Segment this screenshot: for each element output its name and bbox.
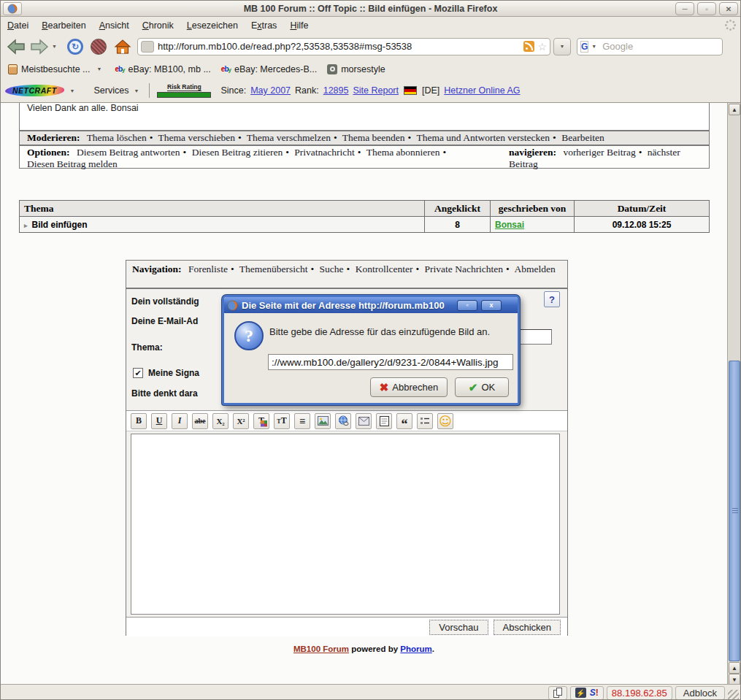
list-button[interactable]	[417, 413, 433, 429]
link-abonnieren[interactable]: Thema abonnieren	[366, 147, 440, 158]
dialog-close-button[interactable]: x	[481, 300, 502, 311]
image-url-input[interactable]	[268, 354, 513, 370]
netcraft-logo[interactable]: NETCRAFT	[5, 85, 64, 96]
google-engine-icon[interactable]: G	[580, 41, 588, 53]
link-melden[interactable]: Diesen Beitrag melden	[27, 158, 118, 169]
smiley-button[interactable]: ☺	[437, 413, 453, 429]
superscript-button[interactable]: X²	[233, 413, 249, 429]
italic-button[interactable]: I	[172, 413, 188, 429]
link-forenliste[interactable]: Forenliste	[188, 264, 228, 274]
ip-indicator[interactable]: 88.198.62.85	[607, 686, 672, 700]
image-button[interactable]	[315, 413, 331, 429]
code-button[interactable]	[376, 413, 392, 429]
search-input[interactable]	[602, 41, 731, 52]
url-button[interactable]	[335, 413, 351, 429]
link-private-nachrichten[interactable]: Private Nachrichten	[425, 264, 504, 274]
link-kontrollcenter[interactable]: Kontrollcenter	[356, 264, 413, 274]
ok-button[interactable]: ✔ OK	[455, 377, 509, 397]
forward-button[interactable]	[30, 36, 49, 57]
menu-ansicht[interactable]: Ansicht	[93, 18, 136, 33]
resize-grip[interactable]	[728, 690, 739, 700]
bookmark-ebay-mb100[interactable]: eby eBay: MB100, mb ...	[112, 63, 218, 76]
link-bearbeiten[interactable]: Bearbeiten	[561, 132, 604, 143]
author-link[interactable]: Bonsai	[495, 220, 524, 230]
bookmark-most-visited[interactable]: Meistbesuchte ... ▼	[5, 63, 112, 76]
since-link[interactable]: May 2007	[250, 85, 291, 96]
addon-icons[interactable]: ⚡ S!	[570, 686, 604, 700]
menu-bearbeiten[interactable]: Bearbeiten	[35, 18, 92, 33]
dialog-titlebar[interactable]: Die Seite mit der Adresse http://forum.m…	[224, 297, 518, 313]
bookmark-ebay-mercedes[interactable]: eby eBay: Mercedes-B...	[218, 63, 324, 76]
history-dropdown[interactable]: ▼	[52, 44, 57, 49]
bold-button[interactable]: B	[131, 413, 147, 429]
link-zitieren[interactable]: Diesen Beitrag zitieren	[192, 147, 283, 158]
signature-checkbox[interactable]: ✔	[133, 368, 143, 378]
scroll-up-button-bottom[interactable]: ▲	[729, 662, 740, 674]
minimize-button[interactable]: ─	[675, 2, 694, 15]
scrapbook-icon[interactable]: S!	[590, 688, 599, 698]
link-suche[interactable]: Suche	[320, 264, 344, 274]
netcraft-services[interactable]: Services	[94, 85, 129, 96]
pages-indicator[interactable]	[548, 686, 567, 700]
scroll-up-button[interactable]: ▲	[729, 104, 740, 115]
plugin-icon[interactable]: ⚡	[575, 688, 586, 698]
link-antworten[interactable]: Diesem Beitrag antworten	[77, 147, 180, 158]
underline-button[interactable]: U	[151, 413, 167, 429]
mb100-forum-link[interactable]: MB100 Forum	[293, 645, 349, 653]
adblock-button[interactable]: Adblock	[675, 686, 725, 700]
reload-button[interactable]: ↻	[67, 36, 83, 57]
url-input[interactable]	[158, 41, 523, 52]
email-button[interactable]	[356, 413, 372, 429]
help-button[interactable]: ?	[544, 291, 560, 307]
link-thema-beenden[interactable]: Thema beenden	[342, 132, 405, 143]
close-button[interactable]: ✕	[719, 2, 738, 15]
link-thema-loeschen[interactable]: Thema löschen	[87, 132, 147, 143]
phorum-link[interactable]: Phorum	[400, 645, 431, 653]
host-link[interactable]: Hetzner Online AG	[444, 85, 520, 96]
search-bar[interactable]: G ▼	[577, 38, 723, 55]
germany-flag-icon	[404, 86, 417, 95]
preview-button[interactable]: Vorschau	[429, 620, 488, 635]
quote-button[interactable]: “	[396, 413, 412, 429]
services-dropdown[interactable]: ▼	[134, 88, 139, 93]
rank-link[interactable]: 12895	[323, 85, 349, 96]
stop-button[interactable]	[91, 36, 107, 57]
font-color-button[interactable]: T	[253, 413, 269, 429]
strikethrough-button[interactable]: abe	[192, 413, 208, 429]
link-verstecken[interactable]: Thema und Antworten verstecken	[416, 132, 550, 143]
menu-hilfe[interactable]: Hilfe	[283, 18, 315, 33]
home-button[interactable]	[114, 36, 131, 57]
vertical-scrollbar[interactable]: ▲ ▲ ▼	[727, 103, 741, 684]
subscript-button[interactable]: X₂	[212, 413, 229, 429]
dialog-restore-button[interactable]: ▫	[457, 300, 477, 311]
link-thema-verschieben[interactable]: Thema verschieben	[158, 132, 235, 143]
link-vorheriger-beitrag[interactable]: vorheriger Beitrag	[563, 147, 635, 158]
search-engine-dropdown[interactable]: ▼	[591, 44, 596, 49]
table-row: ▸Bild einfügen 8 Bonsai 09.12.08 15:25	[20, 217, 710, 233]
risk-rating-widget[interactable]: Risk Rating	[157, 83, 211, 98]
font-size-button[interactable]: TT	[274, 413, 290, 429]
rss-icon[interactable]	[523, 41, 534, 52]
submit-button[interactable]: Abschicken	[494, 620, 561, 635]
message-textarea[interactable]	[131, 434, 560, 615]
menu-extras[interactable]: Extras	[245, 18, 283, 33]
topic-title-link[interactable]: Bild einfügen	[32, 220, 88, 230]
link-thema-verschmelzen[interactable]: Thema verschmelzen	[247, 132, 331, 143]
url-history-dropdown-button[interactable]: ▼	[553, 38, 571, 55]
menu-datei[interactable]: Datei	[1, 18, 35, 33]
link-themenuebersicht[interactable]: Themenübersicht	[239, 264, 308, 274]
link-abmelden[interactable]: Abmelden	[514, 264, 555, 274]
scrollbar-thumb[interactable]	[729, 361, 740, 661]
netcraft-dropdown[interactable]: ▼	[70, 88, 75, 93]
menu-chronik[interactable]: Chronik	[136, 18, 180, 33]
bookmark-star-icon[interactable]: ☆	[537, 41, 547, 53]
center-button[interactable]: ≡	[294, 413, 310, 429]
maximize-button[interactable]: ▫	[697, 2, 716, 15]
menu-lesezeichen[interactable]: Lesezeichen	[180, 18, 245, 33]
cancel-button[interactable]: ✖ Abbrechen	[370, 377, 448, 397]
url-bar[interactable]: ☆	[137, 38, 550, 55]
site-report-link[interactable]: Site Report	[353, 85, 399, 96]
bookmark-morsestyle[interactable]: morsestyle	[324, 63, 392, 76]
back-button[interactable]	[7, 36, 26, 57]
link-privatnachricht[interactable]: Privatnachricht	[294, 147, 354, 158]
